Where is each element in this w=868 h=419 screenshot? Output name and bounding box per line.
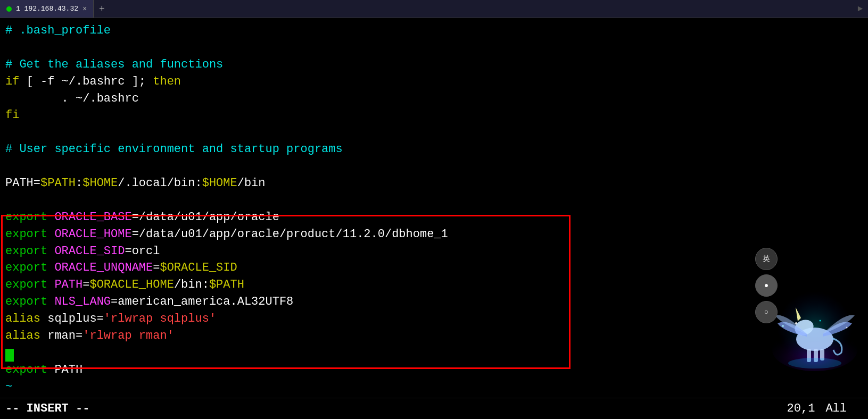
svg-point-10	[782, 325, 784, 327]
lang-en-button[interactable]: 英	[755, 248, 778, 270]
code-line-9	[5, 158, 863, 175]
code-line-15: export ORACLE_UNQNAME=$ORACLE_SID	[5, 259, 863, 276]
tab-close-button[interactable]: ×	[82, 5, 87, 13]
tab-scroll-right: ►	[857, 4, 868, 14]
code-line-8: # User specific environment and startup …	[5, 141, 863, 158]
bash-profile-comment: # .bash_profile	[5, 24, 111, 37]
code-line-22: ~	[5, 379, 863, 396]
code-line-13: export ORACLE_HOME=/data/u01/app/oracle/…	[5, 226, 863, 243]
svg-point-12	[788, 358, 841, 368]
code-line-11	[5, 192, 863, 209]
svg-point-9	[820, 320, 821, 322]
lang-circle1[interactable]: ●	[755, 274, 778, 297]
cursor-position: 20,1	[787, 400, 826, 417]
tab-title: 1 192.168.43.32	[16, 5, 78, 13]
insert-mode-label: -- INSERT --	[0, 400, 89, 417]
code-line-4: if [ -f ~/.bashrc ]; then	[5, 73, 863, 90]
tab-bar: 1 192.168.43.32 × + ►	[0, 0, 868, 18]
code-line-2	[5, 39, 863, 56]
code-line-19: alias rman='rlwrap rman'	[5, 328, 863, 345]
scroll-range: All	[825, 400, 868, 417]
pegasus-decoration	[767, 281, 863, 376]
code-line-7	[5, 124, 863, 141]
code-line-17: export NLS_LANG=american_america.AL32UTF…	[5, 294, 863, 311]
language-indicator: 英 ● ○	[755, 248, 778, 323]
code-line-21: export PATH	[5, 362, 863, 379]
code-line-12: export ORACLE_BASE=/data/u01/app/oracle	[5, 209, 863, 226]
code-line-3: # Get the aliases and functions	[5, 56, 863, 73]
code-line-1: # .bash_profile	[5, 22, 863, 39]
code-line-10: PATH=$PATH:$HOME/.local/bin:$HOME/bin	[5, 175, 863, 192]
code-line-6: fi	[5, 107, 863, 124]
lang-circle2[interactable]: ○	[755, 301, 778, 323]
code-line-20	[5, 345, 863, 362]
status-bar: -- INSERT -- 20,1 All	[0, 398, 868, 419]
pegasus-icon	[767, 281, 863, 376]
code-line-18: alias sqlplus='rlwrap sqlplus'	[5, 311, 863, 328]
svg-point-8	[795, 322, 797, 324]
terminal-content[interactable]: # .bash_profile # Get the aliases and fu…	[0, 18, 868, 419]
new-tab-button[interactable]: +	[94, 0, 110, 18]
svg-point-11	[846, 327, 848, 329]
code-line-14: export ORACLE_SID=orcl	[5, 243, 863, 260]
connection-dot	[6, 6, 12, 12]
terminal-tab[interactable]: 1 192.168.43.32 ×	[0, 0, 94, 18]
cursor	[5, 349, 14, 362]
code-line-16: export PATH=$ORACLE_HOME/bin:$PATH	[5, 276, 863, 294]
code-line-5: . ~/.bashrc	[5, 90, 863, 107]
